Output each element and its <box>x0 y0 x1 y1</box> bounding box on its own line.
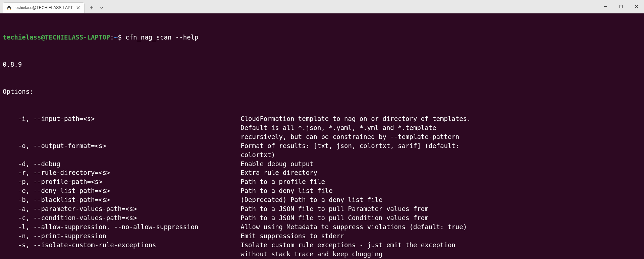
option-row: -e, --deny-list-path=<s> Path to a deny … <box>3 186 641 195</box>
option-continuation: Default is all *.json, *.yaml, *.yml and… <box>3 123 641 132</box>
prompt-user: techielass@TECHIELASS-LAPTOP <box>3 34 110 41</box>
option-continuation: without stack trace and keep chugging <box>3 250 641 259</box>
new-tab-button[interactable] <box>87 3 97 13</box>
svg-rect-13 <box>620 5 622 8</box>
svg-point-5 <box>9 7 10 7</box>
svg-point-7 <box>10 9 11 10</box>
option-row: -n, --print-suppression Emit suppression… <box>3 232 641 241</box>
version-output: 0.8.9 <box>3 60 641 69</box>
option-continuation: recursively, but can be constrained by -… <box>3 132 641 141</box>
option-row: -c, --condition-values-path=<s> Path to … <box>3 213 641 222</box>
terminal-tab[interactable]: techielass@TECHIELASS-LAPT <box>3 2 85 13</box>
tab-close-button[interactable] <box>75 5 81 10</box>
maximize-button[interactable] <box>613 0 629 13</box>
window-close-button[interactable] <box>629 0 644 13</box>
command: cfn_nag_scan --help <box>125 34 198 41</box>
option-row: -r, --rule-directory=<s> Extra rule dire… <box>3 168 641 177</box>
window-controls <box>598 0 644 13</box>
options-header: Options: <box>3 87 641 96</box>
options-list: -i, --input-path=<s> CloudFormation temp… <box>3 114 641 259</box>
option-row: -p, --profile-path=<s> Path to a profile… <box>3 177 641 186</box>
tux-icon <box>6 5 12 10</box>
window-titlebar: techielass@TECHIELASS-LAPT <box>0 0 644 13</box>
tab-title: techielass@TECHIELASS-LAPT <box>14 5 73 10</box>
prompt-line: techielass@TECHIELASS-LAPTOP:~$ cfn_nag_… <box>3 33 641 42</box>
option-row: -i, --input-path=<s> CloudFormation temp… <box>3 114 641 123</box>
option-row: -d, --debug Enable debug output <box>3 159 641 169</box>
option-row: -l, --allow-suppression, --no-allow-supp… <box>3 222 641 232</box>
minimize-button[interactable] <box>598 0 613 13</box>
prompt-dollar: $ <box>118 34 121 41</box>
option-row: -b, --blacklist-path=<s> (Deprecated) Pa… <box>3 195 641 204</box>
prompt-path: ~ <box>114 34 118 41</box>
svg-point-6 <box>7 9 9 10</box>
option-row: -o, --output-format=<s> Format of result… <box>3 141 641 150</box>
svg-point-4 <box>8 7 9 7</box>
command-text <box>122 34 125 41</box>
option-row: -s, --isolate-custom-rule-exceptions Iso… <box>3 241 641 250</box>
tab-dropdown-button[interactable] <box>97 3 107 13</box>
option-continuation: colortxt) <box>3 150 641 159</box>
terminal-viewport[interactable]: techielass@TECHIELASS-LAPTOP:~$ cfn_nag_… <box>0 13 644 259</box>
prompt-colon: : <box>110 34 114 41</box>
option-row: -a, --parameter-values-path=<s> Path to … <box>3 204 641 213</box>
